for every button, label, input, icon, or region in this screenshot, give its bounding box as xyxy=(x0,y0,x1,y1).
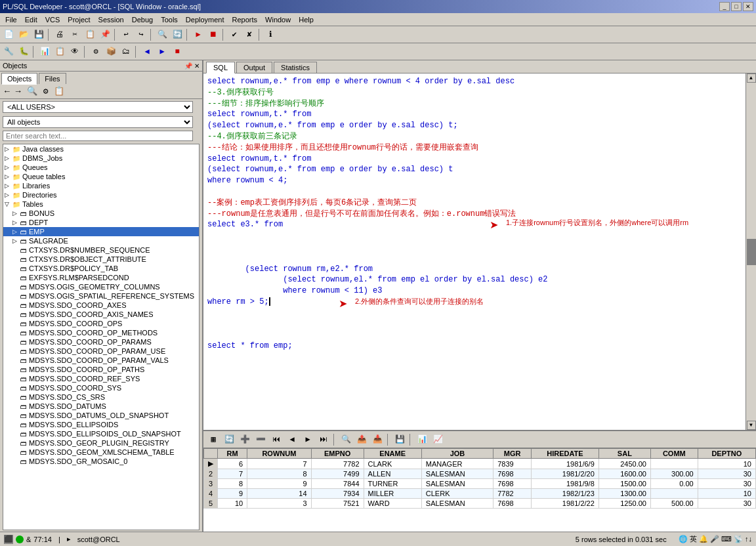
obj-btn[interactable]: 🔧 xyxy=(1,45,16,59)
tree-item[interactable]: 🗃MDSYS.SDO_DATUMS_OLD_SNAPSHOT xyxy=(3,411,199,420)
fwd-arrow-btn[interactable]: → xyxy=(14,86,23,97)
grid-btn[interactable]: ▦ xyxy=(206,432,220,447)
filter-btn[interactable]: ⚙ xyxy=(41,85,51,97)
export-btn[interactable]: 📤 xyxy=(354,432,369,447)
tree-item[interactable]: ▷📁Queue tables xyxy=(3,172,199,181)
tab-files[interactable]: Files xyxy=(39,73,66,84)
schema-btn[interactable]: 📊 xyxy=(37,45,52,59)
tree-item[interactable]: ▷📁Libraries xyxy=(3,181,199,190)
menu-window[interactable]: Window xyxy=(261,14,295,25)
menu-session[interactable]: Session xyxy=(94,14,128,25)
menu-reports[interactable]: Reports xyxy=(228,14,262,25)
table-row[interactable]: 2787499ALLENSALESMAN76981981/2/201600.00… xyxy=(204,469,756,479)
tree-item[interactable]: ▷🗃BONUS xyxy=(3,209,199,218)
run-btn[interactable]: ▶ xyxy=(191,28,205,42)
col-job[interactable]: JOB xyxy=(421,449,493,459)
refresh-btn[interactable]: 🔍 xyxy=(25,85,39,97)
tree-item[interactable]: 🗃MDSYS.SDO_GEOR_PLUGIN_REGISTRY xyxy=(3,438,199,448)
tree-item[interactable]: ▽📁Tables xyxy=(3,200,199,209)
replace-btn[interactable]: 🔄 xyxy=(170,28,184,42)
owner-select[interactable]: <ALL USERS> xyxy=(3,101,193,113)
refresh-results-btn[interactable]: 🔄 xyxy=(222,432,236,447)
new-btn[interactable]: 📄 xyxy=(1,28,16,42)
tree-item[interactable]: 🗃MDSYS.SDO_COORD_OPS xyxy=(3,319,199,328)
col-ename[interactable]: ENAME xyxy=(364,449,421,459)
save-results-btn[interactable]: 💾 xyxy=(392,432,407,447)
close-btn[interactable]: ✕ xyxy=(743,2,753,11)
filter-results-btn[interactable]: 🔍 xyxy=(339,432,353,447)
col-rm[interactable]: RM xyxy=(218,449,247,459)
rollback-btn[interactable]: ✘ xyxy=(242,28,257,42)
paste-btn[interactable]: 📌 xyxy=(98,28,112,42)
extra2-btn[interactable]: 📦 xyxy=(104,45,118,59)
menu-edit[interactable]: Edit xyxy=(21,14,41,25)
menu-vcs[interactable]: VCS xyxy=(41,14,64,25)
table-btn[interactable]: 📋 xyxy=(52,45,67,59)
menu-file[interactable]: File xyxy=(1,14,21,25)
table-row[interactable]: 3897844TURNERSALESMAN76981981/9/81500.00… xyxy=(204,479,756,489)
copy-btn[interactable]: 📋 xyxy=(83,28,97,42)
tree-item[interactable]: 🗃MDSYS.SDO_COORD_AXIS_NAMES xyxy=(3,310,199,319)
tree-item[interactable]: 🗃MDSYS.OGIS_GEOMETRY_COLUMNS xyxy=(3,282,199,291)
tree-item[interactable]: ▷🗃EMP xyxy=(3,227,199,236)
add-row-btn[interactable]: ➕ xyxy=(238,432,252,447)
scroll-thumb[interactable] xyxy=(747,239,756,265)
col-deptno[interactable]: DEPTNO xyxy=(698,449,755,459)
import-btn[interactable]: 📥 xyxy=(370,432,385,447)
col-comm[interactable]: COMM xyxy=(650,449,698,459)
col-rownum[interactable]: ROWNUM xyxy=(247,449,311,459)
tab-statistics[interactable]: Statistics xyxy=(274,62,317,73)
undo-btn[interactable]: ↩ xyxy=(119,28,133,42)
nav-stop-btn[interactable]: ■ xyxy=(170,45,184,59)
search-input[interactable] xyxy=(3,131,193,141)
type-select[interactable]: All objects xyxy=(3,116,193,128)
table-row[interactable]: ▶677782CLARKMANAGER78391981/6/92450.0010 xyxy=(204,459,756,469)
table-row[interactable]: 49147934MILLERCLERK77821982/1/231300.001… xyxy=(204,489,756,499)
tree-item[interactable]: 🗃MDSYS.SDO_CS_SRS xyxy=(3,392,199,402)
nav-fwd-btn[interactable]: ▶ xyxy=(155,45,169,59)
tree-item[interactable]: ▷📁Queues xyxy=(3,163,199,172)
nav-last-btn[interactable]: ⏭ xyxy=(316,432,331,447)
menu-debug[interactable]: Debug xyxy=(128,14,157,25)
redo-btn[interactable]: ↪ xyxy=(134,28,148,42)
maximize-btn[interactable]: □ xyxy=(731,2,742,11)
tree-item[interactable]: 🗃MDSYS.OGIS_SPATIAL_REFERENCE_SYSTEMS xyxy=(3,291,199,301)
view-btn[interactable]: 👁 xyxy=(68,45,82,59)
col-sal[interactable]: SAL xyxy=(598,449,650,459)
col-empno[interactable]: EMPNO xyxy=(311,449,364,459)
minimize-btn[interactable]: _ xyxy=(719,2,730,11)
tree-item[interactable]: 🗃CTXSYS.DR$OBJECT_ATTRIBUTE xyxy=(3,255,199,264)
tree-item[interactable]: 🗃MDSYS.SDO_ELLIPSOIDS_OLD_SNAPSHOT xyxy=(3,429,199,438)
commit-btn[interactable]: ✔ xyxy=(227,28,242,42)
tree-item[interactable]: 🗃MDSYS.SDO_DATUMS xyxy=(3,402,199,411)
tree-item[interactable]: 🗃MDSYS.SDO_COORD_OP_PARAM_USE xyxy=(3,346,199,356)
menu-tools[interactable]: Tools xyxy=(157,14,182,25)
tree-item[interactable]: 🗃MDSYS.SDO_GEOM_XMLSCHEMA_TABLE xyxy=(3,448,199,457)
tab-output[interactable]: Output xyxy=(236,62,272,73)
tab-objects[interactable]: Objects xyxy=(1,73,37,85)
cut-btn[interactable]: ✂ xyxy=(68,28,82,42)
menu-deployment[interactable]: Deployment xyxy=(182,14,228,25)
tree-item[interactable]: 🗃MDSYS.SDO_GR_MOSAIC_0 xyxy=(3,457,199,466)
nav-first-btn[interactable]: ⏮ xyxy=(269,432,284,447)
col-hiredate[interactable]: HIREDATE xyxy=(532,449,599,459)
tree-item[interactable]: 🗃MDSYS.SDO_COORD_SYS xyxy=(3,383,199,392)
tree-item[interactable]: 🗃MDSYS.SDO_COORD_AXES xyxy=(3,301,199,310)
find-btn[interactable]: 🔍 xyxy=(155,28,169,42)
open-btn[interactable]: 📂 xyxy=(16,28,31,42)
nav-next-btn[interactable]: ▶ xyxy=(301,432,315,447)
print-btn[interactable]: 🖨 xyxy=(52,28,67,42)
tree-item[interactable]: ▷🗃DEPT xyxy=(3,218,199,227)
code-scrollbar[interactable]: ▲ ▼ xyxy=(746,74,756,430)
del-row-btn[interactable]: ➖ xyxy=(253,432,268,447)
tree-item[interactable]: 🗃EXFSYS.RLM$PARSEDCOND xyxy=(3,273,199,282)
menu-project[interactable]: Project xyxy=(64,14,94,25)
col-mgr[interactable]: MGR xyxy=(494,449,532,459)
panel-close-btn[interactable]: ✕ xyxy=(194,62,200,70)
prop-btn[interactable]: 📋 xyxy=(52,85,66,97)
tree-item[interactable]: 🗃MDSYS.SDO_COORD_OP_METHODS xyxy=(3,328,199,337)
code-editor[interactable]: select rownum,e.* from emp e where rownu… xyxy=(203,74,756,430)
tree-item[interactable]: 🗃MDSYS.SDO_ELLIPSOIDS xyxy=(3,420,199,429)
tree-item[interactable]: 🗃MDSYS.SDO_COORD_REF_SYS xyxy=(3,374,199,383)
extra3-btn[interactable]: 🗂 xyxy=(119,45,133,59)
